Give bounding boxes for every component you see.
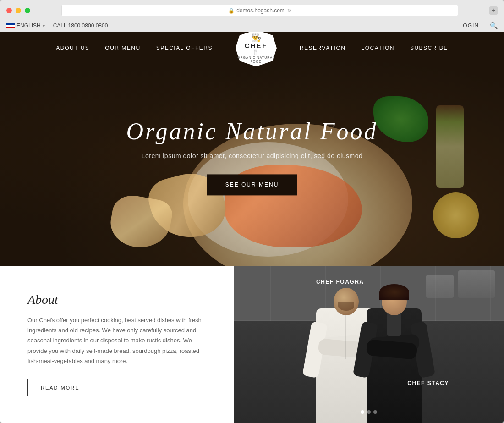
about-text: Our Chefs offer you perfect cooking, bes…: [27, 315, 206, 366]
hero-subtitle: Lorem ipsum dolor sit amet, consectetur …: [126, 152, 378, 159]
chef-duo: Chef Foagra: [254, 267, 483, 423]
nav-our-menu[interactable]: OUR MENU: [105, 45, 140, 51]
about-title: About: [27, 292, 206, 307]
chef-1-head: [334, 288, 359, 315]
lang-label: ENGLISH: [16, 22, 41, 29]
browser-window: 🔒 demos.hogash.com ↻ + ENGLISH ▾ CALL 18…: [0, 0, 504, 423]
browser-toolbar: ENGLISH ▾ CALL 1800 0800 0800 LOGIN 🔍: [0, 21, 504, 32]
see-menu-button[interactable]: SEE OUR MENU: [207, 174, 297, 195]
nav-subscribe[interactable]: SUBSCRIBE: [410, 45, 448, 51]
hero-title: Organic Natural Food: [126, 118, 378, 145]
slider-dots: [361, 410, 377, 414]
maximize-dot[interactable]: [25, 8, 30, 13]
minimize-dot[interactable]: [16, 8, 21, 13]
chef-person-2: Chef Stacy: [367, 288, 422, 423]
chef-2-label: Chef Stacy: [407, 380, 449, 386]
close-dot[interactable]: [6, 8, 12, 13]
navbar: ABOUT US OUR MENU SPECIAL OFFERS 👨‍🍳 CHE…: [0, 32, 504, 64]
chef-2-head: [382, 288, 407, 315]
new-tab-button[interactable]: +: [489, 6, 498, 15]
slider-dot-3[interactable]: [373, 410, 377, 414]
search-icon[interactable]: 🔍: [490, 22, 498, 29]
hero-content: Organic Natural Food Lorem ipsum dolor s…: [126, 118, 378, 195]
nav-left: ABOUT US OUR MENU SPECIAL OFFERS: [56, 45, 213, 51]
address-bar[interactable]: 🔒 demos.hogash.com ↻: [61, 5, 458, 16]
url-text: demos.hogash.com: [236, 7, 285, 14]
language-selector[interactable]: ENGLISH ▾: [6, 22, 45, 29]
fork-knife-icon: 🍴: [252, 49, 259, 55]
lang-chevron: ▾: [43, 23, 45, 28]
chef-hat-icon: 👨‍🍳: [251, 33, 261, 43]
slider-dot-2[interactable]: [367, 410, 371, 414]
reload-icon[interactable]: ↻: [287, 8, 291, 14]
logo-inner: 👨‍🍳 CHEF 🍴 ORGANIC NATURAL FOOD: [236, 33, 277, 64]
hero-section: ABOUT US OUR MENU SPECIAL OFFERS 👨‍🍳 CHE…: [0, 32, 504, 266]
slider-dot-1[interactable]: [361, 410, 364, 414]
chef-1-label: Chef Foagra: [316, 279, 364, 285]
browser-titlebar: 🔒 demos.hogash.com ↻ +: [0, 0, 504, 21]
nav-about-us[interactable]: ABOUT US: [56, 45, 89, 51]
login-button[interactable]: LOGIN: [460, 22, 479, 29]
about-panel: About Our Chefs offer you perfect cookin…: [0, 266, 234, 423]
website-content: ABOUT US OUR MENU SPECIAL OFFERS 👨‍🍳 CHE…: [0, 32, 504, 423]
nav-logo[interactable]: 👨‍🍳 CHEF 🍴 ORGANIC NATURAL FOOD: [236, 32, 277, 66]
read-more-button[interactable]: READ MORE: [27, 379, 93, 396]
nav-right: RESERVATION LOCATION SUBSCRIBE: [300, 45, 448, 51]
bottom-section: About Our Chefs offer you perfect cookin…: [0, 266, 504, 423]
nav-special-offers[interactable]: SPECIAL OFFERS: [156, 45, 213, 51]
flag-icon: [6, 23, 15, 28]
chefs-panel: Chef Foagra: [234, 266, 504, 423]
chef-2-body: Chef Stacy: [367, 308, 422, 423]
logo-subtitle: ORGANIC NATURAL FOOD: [236, 55, 277, 64]
lock-icon: 🔒: [228, 8, 235, 14]
logo-title: CHEF: [245, 43, 268, 49]
nav-location[interactable]: LOCATION: [361, 45, 394, 51]
phone-number: CALL 1800 0800 0800: [53, 22, 108, 29]
logo-badge: 👨‍🍳 CHEF 🍴 ORGANIC NATURAL FOOD: [236, 32, 277, 66]
browser-chrome: 🔒 demos.hogash.com ↻ + ENGLISH ▾ CALL 18…: [0, 0, 504, 32]
nav-reservation[interactable]: RESERVATION: [300, 45, 346, 51]
